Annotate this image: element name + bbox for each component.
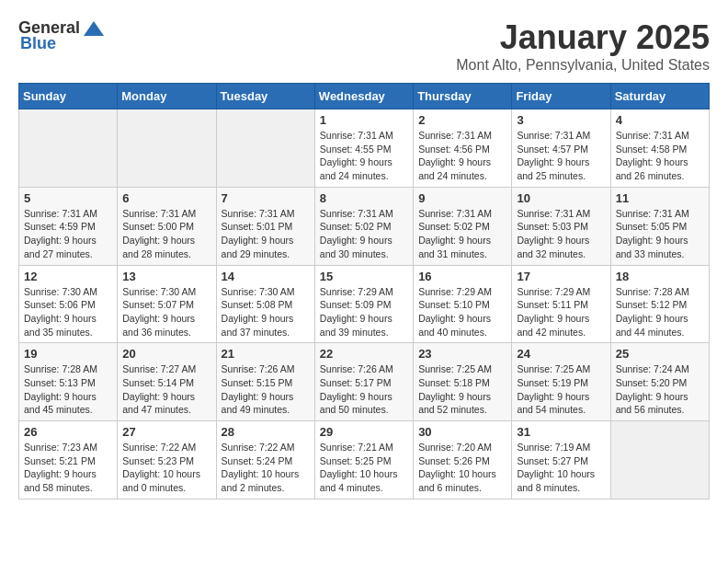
- day-detail: Sunrise: 7:31 AMSunset: 5:02 PMDaylight:…: [320, 207, 408, 261]
- day-detail: Sunrise: 7:26 AMSunset: 5:17 PMDaylight:…: [320, 362, 408, 417]
- day-detail: Sunrise: 7:31 AMSunset: 4:57 PMDaylight:…: [517, 129, 605, 183]
- day-detail: Sunrise: 7:31 AMSunset: 5:05 PMDaylight:…: [616, 207, 704, 261]
- day-number: 20: [122, 347, 210, 361]
- table-row: 7Sunrise: 7:31 AMSunset: 5:01 PMDaylight…: [216, 187, 314, 265]
- day-number: 12: [24, 270, 112, 283]
- header-wednesday: Wednesday: [314, 84, 413, 109]
- day-number: 30: [418, 425, 506, 439]
- day-detail: Sunrise: 7:29 AMSunset: 5:11 PMDaylight:…: [517, 285, 605, 339]
- day-detail: Sunrise: 7:31 AMSunset: 4:59 PMDaylight:…: [24, 207, 112, 261]
- day-number: 1: [320, 113, 408, 127]
- table-row: 13Sunrise: 7:30 AMSunset: 5:07 PMDayligh…: [118, 265, 216, 343]
- table-row: 4Sunrise: 7:31 AMSunset: 4:58 PMDaylight…: [610, 109, 709, 188]
- day-detail: Sunrise: 7:20 AMSunset: 5:26 PMDaylight:…: [418, 441, 506, 495]
- day-detail: Sunrise: 7:22 AMSunset: 5:24 PMDaylight:…: [222, 441, 310, 495]
- day-detail: Sunrise: 7:29 AMSunset: 5:09 PMDaylight:…: [320, 285, 408, 339]
- day-detail: Sunrise: 7:24 AMSunset: 5:20 PMDaylight:…: [616, 362, 704, 417]
- table-row: 31Sunrise: 7:19 AMSunset: 5:27 PMDayligh…: [512, 421, 610, 500]
- day-number: 25: [616, 347, 704, 361]
- day-number: 26: [24, 425, 112, 439]
- day-number: 6: [122, 191, 210, 205]
- day-detail: Sunrise: 7:25 AMSunset: 5:18 PMDaylight:…: [418, 362, 506, 417]
- logo-icon: [82, 19, 106, 38]
- location-subtitle: Mont Alto, Pennsylvania, United States: [456, 57, 710, 74]
- header: General Blue January 2025 Mont Alto, Pen…: [18, 18, 710, 74]
- day-number: 16: [418, 270, 506, 283]
- table-row: 24Sunrise: 7:25 AMSunset: 5:19 PMDayligh…: [512, 343, 610, 421]
- day-detail: Sunrise: 7:31 AMSunset: 5:03 PMDaylight:…: [517, 207, 605, 261]
- table-row: 14Sunrise: 7:30 AMSunset: 5:08 PMDayligh…: [216, 265, 314, 343]
- day-detail: Sunrise: 7:21 AMSunset: 5:25 PMDaylight:…: [320, 441, 408, 495]
- table-row: 5Sunrise: 7:31 AMSunset: 4:59 PMDaylight…: [19, 187, 118, 265]
- table-row: 18Sunrise: 7:28 AMSunset: 5:12 PMDayligh…: [610, 265, 709, 343]
- day-number: 15: [320, 270, 408, 283]
- day-number: 9: [418, 191, 506, 205]
- table-row: 30Sunrise: 7:20 AMSunset: 5:26 PMDayligh…: [414, 421, 512, 500]
- table-row: 2Sunrise: 7:31 AMSunset: 4:56 PMDaylight…: [414, 109, 512, 188]
- table-row: 11Sunrise: 7:31 AMSunset: 5:05 PMDayligh…: [610, 187, 709, 265]
- day-number: 29: [320, 425, 408, 439]
- calendar-week-row: 1Sunrise: 7:31 AMSunset: 4:55 PMDaylight…: [19, 109, 710, 188]
- day-detail: Sunrise: 7:30 AMSunset: 5:06 PMDaylight:…: [24, 285, 112, 339]
- header-thursday: Thursday: [414, 84, 512, 109]
- day-detail: Sunrise: 7:31 AMSunset: 5:02 PMDaylight:…: [418, 207, 506, 261]
- table-row: 22Sunrise: 7:26 AMSunset: 5:17 PMDayligh…: [314, 343, 413, 421]
- table-row: 10Sunrise: 7:31 AMSunset: 5:03 PMDayligh…: [512, 187, 610, 265]
- day-detail: Sunrise: 7:28 AMSunset: 5:13 PMDaylight:…: [24, 362, 112, 417]
- header-friday: Friday: [512, 84, 610, 109]
- day-detail: Sunrise: 7:31 AMSunset: 4:58 PMDaylight:…: [616, 129, 704, 183]
- day-number: 3: [517, 113, 605, 127]
- day-detail: Sunrise: 7:19 AMSunset: 5:27 PMDaylight:…: [517, 441, 605, 495]
- day-detail: Sunrise: 7:28 AMSunset: 5:12 PMDaylight:…: [616, 285, 704, 339]
- weekday-header-row: Sunday Monday Tuesday Wednesday Thursday…: [19, 84, 710, 109]
- table-row: [610, 421, 709, 500]
- day-number: 11: [616, 191, 704, 205]
- table-row: 20Sunrise: 7:27 AMSunset: 5:14 PMDayligh…: [118, 343, 216, 421]
- table-row: 3Sunrise: 7:31 AMSunset: 4:57 PMDaylight…: [512, 109, 610, 188]
- day-number: 4: [616, 113, 704, 127]
- day-detail: Sunrise: 7:30 AMSunset: 5:07 PMDaylight:…: [122, 285, 210, 339]
- day-number: 13: [122, 270, 210, 283]
- month-title: January 2025: [456, 18, 710, 57]
- svg-marker-0: [84, 21, 104, 36]
- table-row: 8Sunrise: 7:31 AMSunset: 5:02 PMDaylight…: [314, 187, 413, 265]
- day-number: 31: [517, 425, 605, 439]
- table-row: 19Sunrise: 7:28 AMSunset: 5:13 PMDayligh…: [19, 343, 118, 421]
- table-row: 17Sunrise: 7:29 AMSunset: 5:11 PMDayligh…: [512, 265, 610, 343]
- table-row: 26Sunrise: 7:23 AMSunset: 5:21 PMDayligh…: [19, 421, 118, 500]
- day-number: 18: [616, 270, 704, 283]
- day-number: 10: [517, 191, 605, 205]
- day-number: 27: [122, 425, 210, 439]
- day-number: 17: [517, 270, 605, 283]
- table-row: 1Sunrise: 7:31 AMSunset: 4:55 PMDaylight…: [314, 109, 413, 188]
- table-row: 9Sunrise: 7:31 AMSunset: 5:02 PMDaylight…: [414, 187, 512, 265]
- day-detail: Sunrise: 7:31 AMSunset: 5:01 PMDaylight:…: [222, 207, 310, 261]
- day-detail: Sunrise: 7:23 AMSunset: 5:21 PMDaylight:…: [24, 441, 112, 495]
- table-row: 12Sunrise: 7:30 AMSunset: 5:06 PMDayligh…: [19, 265, 118, 343]
- table-row: [216, 109, 314, 188]
- day-number: 7: [222, 191, 310, 205]
- day-number: 14: [222, 270, 310, 283]
- table-row: 6Sunrise: 7:31 AMSunset: 5:00 PMDaylight…: [118, 187, 216, 265]
- header-sunday: Sunday: [19, 84, 118, 109]
- day-number: 5: [24, 191, 112, 205]
- day-number: 24: [517, 347, 605, 361]
- table-row: [118, 109, 216, 188]
- calendar-week-row: 5Sunrise: 7:31 AMSunset: 4:59 PMDaylight…: [19, 187, 710, 265]
- table-row: 21Sunrise: 7:26 AMSunset: 5:15 PMDayligh…: [216, 343, 314, 421]
- calendar-week-row: 19Sunrise: 7:28 AMSunset: 5:13 PMDayligh…: [19, 343, 710, 421]
- table-row: 15Sunrise: 7:29 AMSunset: 5:09 PMDayligh…: [314, 265, 413, 343]
- header-saturday: Saturday: [610, 84, 709, 109]
- day-number: 28: [222, 425, 310, 439]
- table-row: 16Sunrise: 7:29 AMSunset: 5:10 PMDayligh…: [414, 265, 512, 343]
- day-number: 21: [222, 347, 310, 361]
- table-row: 29Sunrise: 7:21 AMSunset: 5:25 PMDayligh…: [314, 421, 413, 500]
- table-row: 28Sunrise: 7:22 AMSunset: 5:24 PMDayligh…: [216, 421, 314, 500]
- calendar-week-row: 26Sunrise: 7:23 AMSunset: 5:21 PMDayligh…: [19, 421, 710, 500]
- header-monday: Monday: [118, 84, 216, 109]
- day-detail: Sunrise: 7:22 AMSunset: 5:23 PMDaylight:…: [122, 441, 210, 495]
- table-row: 23Sunrise: 7:25 AMSunset: 5:18 PMDayligh…: [414, 343, 512, 421]
- calendar-week-row: 12Sunrise: 7:30 AMSunset: 5:06 PMDayligh…: [19, 265, 710, 343]
- header-tuesday: Tuesday: [216, 84, 314, 109]
- table-row: [19, 109, 118, 188]
